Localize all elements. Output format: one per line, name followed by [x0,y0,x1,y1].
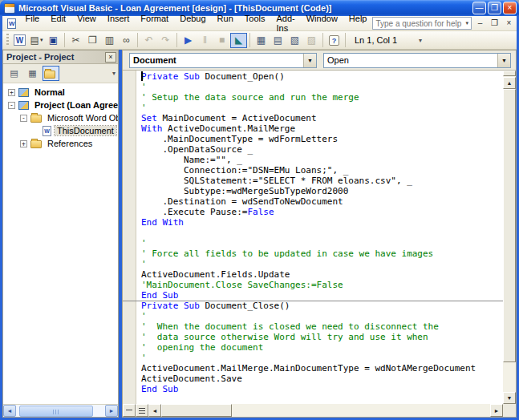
collapse-icon[interactable]: - [20,115,27,122]
code-line[interactable]: ' [141,238,503,248]
help-question-box[interactable]: ▾ [372,17,472,30]
insert-userform-icon: ▤ [30,34,39,46]
collapse-icon[interactable]: - [8,102,15,109]
splitter-box[interactable] [503,71,516,76]
toolbar-grip[interactable] [6,34,9,46]
project-toolbar-overflow-icon[interactable]: ▾ [112,70,116,77]
code-line[interactable]: End With [141,217,503,228]
code-line[interactable]: ' Setup the data source and run the merg… [141,92,503,103]
code-line[interactable]: ' [141,311,503,321]
code-line[interactable]: ' When the document is closed we need to… [141,321,503,332]
scroll-right-icon[interactable]: ► [105,405,118,417]
insert-userform-icon[interactable]: ▤▾ [28,33,45,48]
code-line[interactable]: 'MainDocument.Close SaveChanges:=False [141,280,503,290]
code-line[interactable]: ' [141,103,503,113]
code-line[interactable]: .Execute Pause:=False [141,207,503,217]
expand-icon[interactable]: + [8,89,15,96]
code-text[interactable]: Private Sub Document_Open()'' Setup the … [136,71,503,404]
code-line[interactable]: .MainDocumentType = wdFormLetters [141,134,503,144]
code-line[interactable]: ActiveDocument.Fields.Update [141,269,503,280]
minimize-button[interactable]: — [472,2,486,14]
find-icon[interactable]: ∞ [118,33,135,48]
mdi-minimize-button[interactable]: – [474,18,486,29]
code-line[interactable] [141,228,503,238]
object-dropdown-icon[interactable]: ▼ [303,54,316,67]
scroll-left-icon[interactable]: ◄ [148,404,161,417]
project-panel-header[interactable]: Project - Project × [3,50,118,64]
code-line[interactable]: ' [141,82,503,92]
code-line[interactable]: Name:="", _ [141,155,503,165]
scroll-down-icon[interactable]: ▼ [503,392,516,404]
view-code-button[interactable]: ▤ [6,66,22,81]
dropdown-arrow-icon[interactable]: ▾ [40,37,43,43]
code-line[interactable]: Subtype:=wdMergeSubTypeWord2000 [141,186,503,196]
view-object-button[interactable]: ▦ [24,66,41,81]
tree-item-microsoft-word-objects[interactable]: -Microsoft Word Objects [3,111,118,124]
code-line[interactable]: Set MainDocument = ActiveDocument [141,113,503,123]
expand-icon[interactable]: + [20,140,27,147]
code-line[interactable]: ' [141,259,503,269]
code-vertical-scrollbar[interactable]: ▲ ▼ [503,71,516,404]
project-panel-close-button[interactable]: × [105,52,116,63]
toolbar-separator [64,33,65,47]
procedure-dropdown[interactable]: Open ▼ [323,53,511,68]
project-horizontal-scrollbar[interactable]: ◄ ► [3,404,118,417]
code-line[interactable]: Private Sub Document_Open() [141,71,503,82]
mdi-restore-button[interactable]: ❐ [489,18,501,29]
code-line[interactable]: .Destination = wdSendToNewDocument [141,196,503,207]
save-icon[interactable]: ▣ [45,33,62,48]
design-mode-icon[interactable]: ◣ [230,33,247,48]
code-line[interactable]: Connection:="DSN=EMu Loans;", _ [141,165,503,176]
code-token: Name:="", _ [141,155,242,165]
help-question-input[interactable] [373,18,463,29]
tree-item-normal[interactable]: +Normal [3,86,118,99]
code-line[interactable]: ' opening the document [141,342,503,353]
close-button[interactable]: × [503,2,517,14]
code-line[interactable]: End Sub [141,384,503,394]
keyword-token: False [247,207,274,217]
object-browser-icon[interactable]: ▧ [286,33,303,48]
code-line[interactable]: With ActiveDocument.MailMerge [141,123,503,134]
undo-icon: ↶ [144,34,152,46]
code-margin-bar[interactable] [123,71,136,404]
project-scroll-thumb[interactable] [19,406,93,417]
object-dropdown[interactable]: Document ▼ [129,53,317,68]
toolbar-overflow-icon[interactable]: ▾ [419,37,422,44]
view-word-icon[interactable]: W [11,33,28,48]
mdi-close-button[interactable]: × [503,18,515,29]
document-window-icon[interactable] [7,18,16,29]
code-line[interactable]: ActiveDocument.Save [141,374,503,384]
tree-item-references[interactable]: +References [3,137,118,150]
code-line[interactable]: ActiveDocument.MailMerge.MainDocumentTyp… [141,363,503,374]
help-dropdown-icon[interactable]: ▾ [463,20,471,26]
maximize-button[interactable]: ❐ [488,2,501,14]
code-line[interactable]: .OpenDataSource _ [141,144,503,155]
scroll-up-icon[interactable]: ▲ [503,77,516,89]
procedure-dropdown-icon[interactable]: ▼ [497,54,510,67]
code-line[interactable]: ' [141,353,503,363]
tree-item-project-loan-agreemen[interactable]: -Project (Loan Agreemen [3,99,118,111]
copy-icon[interactable]: ❐ [84,33,101,48]
scroll-right-icon[interactable]: ► [490,404,503,417]
paste-icon[interactable]: ▥ [101,33,118,48]
run-sub-icon[interactable]: ▶ [180,33,197,48]
help-icon[interactable]: ? [326,33,343,48]
redo-icon: ↷ [157,33,174,48]
cut-icon[interactable]: ✂ [67,33,84,48]
horizontal-scroll-thumb[interactable] [161,404,232,417]
vertical-scroll-thumb[interactable] [503,89,516,362]
properties-window-icon[interactable]: ▤ [270,33,286,48]
code-line[interactable]: SQLStatement:="SELECT * FROM eloans.csv"… [141,176,503,186]
code-line[interactable]: ' data source otherwise Word will try an… [141,332,503,342]
procedure-view-button[interactable] [123,404,136,417]
code-horizontal-scrollbar[interactable]: ◄ ► [148,404,516,417]
tree-item-thisdocument[interactable]: WThisDocument [3,124,118,137]
code-line[interactable]: ' Force all fields to be updated in case… [141,248,503,259]
scroll-left-icon[interactable]: ◄ [3,405,16,417]
project-explorer-icon[interactable]: ▦ [253,33,270,48]
code-line[interactable]: End Sub [141,290,503,301]
code-line[interactable]: Private Sub Document_Close() [141,301,503,311]
code-token: SQLStatement:="SELECT * FROM eloans.csv"… [141,176,412,186]
toggle-folders-button[interactable] [43,66,59,81]
full-module-view-button[interactable] [136,404,148,417]
